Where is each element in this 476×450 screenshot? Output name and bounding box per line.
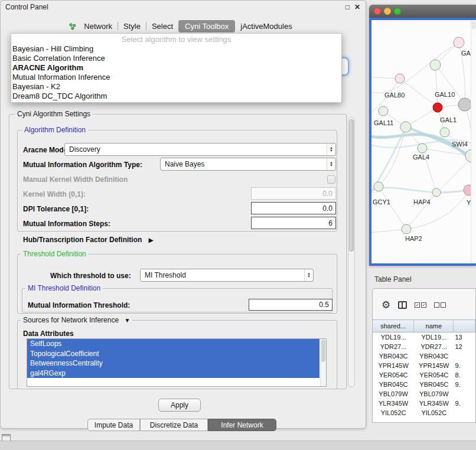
bottom-bar bbox=[0, 441, 476, 450]
table-row[interactable]: YPR145W YPR145W 9. bbox=[373, 361, 475, 370]
select-all-columns-icon[interactable]: ✓ ✓ bbox=[415, 302, 426, 308]
network-node-label: GCY1 bbox=[373, 198, 390, 206]
mi-steps-label: Mutual Information Steps: bbox=[23, 220, 110, 228]
network-node[interactable] bbox=[379, 106, 388, 116]
chevron-updown-icon: ▲▼ bbox=[304, 269, 313, 281]
cell: YDL19... bbox=[414, 334, 454, 341]
list-item[interactable]: TopologicalCoefficient bbox=[27, 349, 319, 359]
cell: YDR27... bbox=[373, 343, 414, 350]
cell: 9. bbox=[454, 381, 475, 388]
network-scrollbar-thumb[interactable] bbox=[472, 21, 475, 29]
columns-icon[interactable] bbox=[398, 301, 407, 309]
cell: 8. bbox=[454, 371, 475, 379]
network-node[interactable] bbox=[454, 37, 464, 48]
network-node[interactable] bbox=[430, 60, 441, 70]
tab-jactivemodules[interactable]: jActiveModules bbox=[235, 21, 297, 32]
network-node[interactable] bbox=[458, 98, 471, 111]
algorithm-dropdown-popup: Select algorithm to view settings Bayesi… bbox=[11, 33, 342, 103]
deselect-all-columns-icon[interactable] bbox=[434, 302, 446, 308]
network-node-gal10[interactable] bbox=[433, 103, 442, 112]
table-toolbar: ⚙ ✓ ✓ bbox=[373, 295, 446, 315]
tab-network[interactable]: Network bbox=[79, 21, 118, 32]
tab-cyni-toolbox[interactable]: Cyni Toolbox bbox=[178, 20, 235, 32]
mi-threshold-input[interactable]: 0.5 bbox=[249, 299, 332, 311]
dropdown-item[interactable]: Basic Correlation Inference bbox=[11, 54, 341, 63]
hub-definition-toggle[interactable]: Hub/Transcription Factor Definition ▶ bbox=[23, 236, 153, 244]
network-node-hap2[interactable] bbox=[402, 224, 411, 234]
table-row[interactable]: YLR345W YLR345W 9. bbox=[373, 399, 475, 408]
list-item[interactable]: SelfLoops bbox=[27, 339, 319, 349]
float-window-icon[interactable]: □ bbox=[345, 3, 350, 11]
tab-select[interactable]: Select bbox=[146, 21, 178, 32]
tab-impute-data[interactable]: Impute Data bbox=[87, 419, 140, 431]
network-node-label: GAL bbox=[461, 50, 471, 57]
network-node[interactable] bbox=[464, 185, 471, 195]
dropdown-item[interactable]: Dream8 DC_TDC Algorithm bbox=[11, 92, 341, 101]
cell: YIL052C bbox=[414, 409, 454, 416]
manual-kernel-width-checkbox[interactable] bbox=[327, 175, 335, 184]
tab-infer-network[interactable]: Infer Network bbox=[208, 419, 276, 431]
sources-group-title[interactable]: Sources for Network Inference ▼ bbox=[21, 316, 132, 324]
network-canvas[interactable]: GAL80 GAL10 GAL11 GAL1 SWI4 GAL4 GCY1 HA… bbox=[371, 20, 471, 263]
column-header-partial[interactable] bbox=[454, 319, 475, 332]
network-node-gal1[interactable] bbox=[440, 128, 449, 137]
tab-style[interactable]: Style bbox=[118, 21, 146, 32]
network-node-swi4[interactable] bbox=[465, 149, 471, 162]
close-traffic-light[interactable] bbox=[374, 8, 381, 15]
algorithm-definition-title: Algorithm Definition bbox=[22, 126, 88, 134]
list-item[interactable]: BetweennessCentrality bbox=[27, 358, 319, 369]
table-row[interactable]: YER054C YER054C 8. bbox=[373, 370, 475, 380]
table-row[interactable]: YBR043C YBR043C bbox=[373, 351, 475, 361]
collapsed-arrow-icon[interactable]: ▶ bbox=[149, 237, 154, 243]
sources-title-label: Sources for Network Inference bbox=[23, 316, 119, 324]
control-panel-tabs: Network Style Select Cyni Toolbox jActiv… bbox=[1, 19, 366, 33]
mi-algorithm-type-select[interactable]: Naive Bayes ▲▼ bbox=[160, 158, 336, 171]
which-threshold-value: MI Threshold bbox=[145, 271, 186, 279]
dropdown-item[interactable]: Bayesian - Hill Climbing bbox=[11, 44, 341, 54]
list-item[interactable]: gal4RGexp bbox=[27, 369, 319, 379]
cell: YLR345W bbox=[414, 400, 454, 407]
column-header-name[interactable]: name bbox=[414, 319, 454, 332]
network-node-label: HAP4 bbox=[413, 198, 431, 206]
mi-algorithm-type-label: Mutual Information Algorithm Type: bbox=[23, 161, 142, 169]
table-row[interactable]: YBR045C YBR045C 9. bbox=[373, 380, 475, 389]
gear-icon[interactable]: ⚙ bbox=[382, 300, 390, 310]
dpi-tolerance-input[interactable]: 0.0 bbox=[251, 202, 336, 214]
cell: YBR043C bbox=[414, 353, 454, 360]
minimize-traffic-light[interactable] bbox=[384, 8, 391, 15]
network-node-label: SWI4 bbox=[452, 141, 468, 148]
aracne-mode-select[interactable]: Discovery ▲▼ bbox=[64, 143, 336, 156]
kernel-width-input[interactable]: 0.0 bbox=[251, 187, 336, 200]
network-node-label: GAL80 bbox=[384, 92, 405, 99]
network-node-hap4[interactable] bbox=[432, 188, 441, 197]
tab-discretize-data[interactable]: Discretize Data bbox=[140, 419, 208, 431]
mi-steps-input[interactable]: 6 bbox=[251, 217, 336, 229]
expanded-arrow-icon[interactable]: ▼ bbox=[124, 317, 130, 324]
cell: YDL19... bbox=[373, 334, 414, 341]
table-row[interactable]: YBL079W YBL079W bbox=[373, 389, 475, 399]
cell: 12 bbox=[454, 343, 475, 350]
settings-scrollbar[interactable] bbox=[348, 117, 355, 387]
table-row[interactable]: YDL19... YDL19... 13 bbox=[373, 332, 475, 342]
network-node-gal11[interactable] bbox=[400, 122, 411, 132]
table-row[interactable]: YIL052C YIL052C bbox=[373, 408, 475, 418]
network-node-gcy1[interactable] bbox=[374, 182, 383, 191]
settings-scrollbar-thumb[interactable] bbox=[349, 119, 354, 252]
table-body: YDL19... YDL19... 13 YDR27... YDR27... 1… bbox=[373, 332, 475, 422]
network-node[interactable] bbox=[395, 74, 405, 83]
dropdown-item[interactable]: Bayesian - K2 bbox=[11, 82, 341, 92]
zoom-traffic-light[interactable] bbox=[394, 8, 401, 15]
column-header-shared-name[interactable]: shared... bbox=[373, 319, 414, 332]
dropdown-item-selected[interactable]: ARACNE Algorithm bbox=[11, 63, 341, 73]
table-panel-title: Table Panel bbox=[374, 275, 412, 283]
list-scrollbar[interactable] bbox=[320, 339, 326, 386]
list-scrollbar-thumb[interactable] bbox=[321, 340, 325, 362]
apply-button[interactable]: Apply bbox=[158, 399, 201, 412]
network-node-gal4[interactable] bbox=[418, 144, 427, 153]
dropdown-item[interactable]: Mutual Information Inference bbox=[11, 73, 341, 82]
cell: YPR145W bbox=[414, 362, 454, 369]
close-icon[interactable]: ✕ bbox=[354, 3, 360, 11]
which-threshold-select[interactable]: MI Threshold ▲▼ bbox=[140, 269, 314, 282]
network-scrollbar[interactable] bbox=[471, 20, 476, 263]
table-row[interactable]: YDR27... YDR27... 12 bbox=[373, 342, 475, 351]
